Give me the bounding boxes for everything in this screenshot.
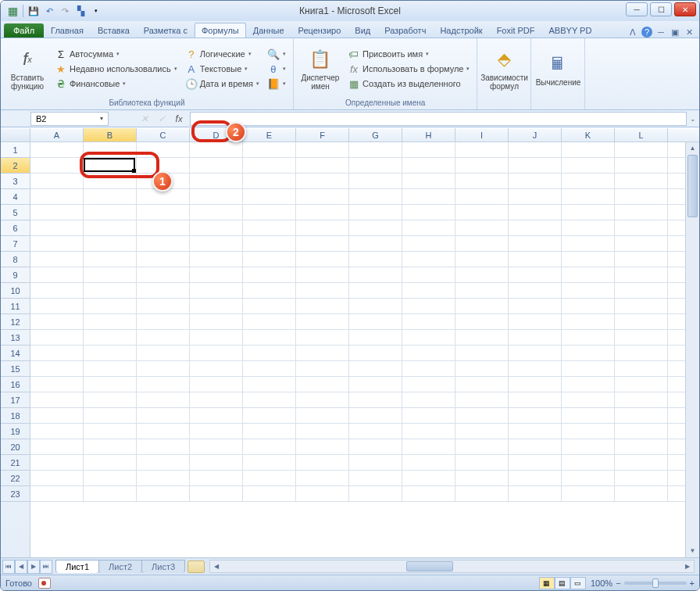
cell[interactable] — [84, 486, 137, 501]
close-button[interactable]: ✕ — [674, 2, 696, 16]
help-icon[interactable]: ? — [641, 27, 652, 38]
cell[interactable] — [296, 142, 349, 157]
new-sheet-button[interactable] — [188, 561, 205, 573]
cell[interactable] — [30, 267, 84, 282]
tab-abbyy[interactable]: ABBYY PD — [542, 23, 599, 38]
expand-fbar-icon[interactable]: ⌄ — [688, 115, 698, 123]
row-header[interactable]: 19 — [1, 424, 30, 439]
cell[interactable] — [243, 408, 296, 423]
cell[interactable] — [137, 252, 190, 267]
cell[interactable] — [402, 346, 455, 360]
cell[interactable] — [402, 455, 455, 470]
cell[interactable] — [137, 314, 190, 329]
cell[interactable] — [349, 455, 402, 470]
cell[interactable] — [349, 392, 402, 407]
cell[interactable] — [402, 408, 455, 423]
cell[interactable] — [296, 408, 349, 423]
cell[interactable] — [137, 486, 190, 501]
cell[interactable] — [190, 346, 243, 360]
cell[interactable] — [615, 392, 668, 407]
cell[interactable] — [190, 236, 243, 251]
cell[interactable] — [349, 408, 402, 423]
cell[interactable] — [402, 142, 455, 157]
horizontal-scrollbar[interactable]: ◀ ▶ — [209, 560, 695, 573]
cell[interactable] — [455, 299, 509, 313]
cell[interactable] — [84, 455, 137, 470]
cell[interactable] — [190, 377, 243, 392]
cell[interactable] — [349, 158, 402, 173]
cell[interactable] — [84, 299, 137, 313]
cell[interactable] — [84, 330, 137, 345]
cell[interactable] — [84, 189, 137, 204]
cell[interactable] — [455, 236, 509, 251]
cell[interactable] — [455, 392, 509, 407]
row-header[interactable]: 11 — [1, 299, 30, 314]
cell[interactable] — [509, 314, 562, 329]
cell[interactable] — [190, 314, 243, 329]
cell[interactable] — [190, 189, 243, 204]
cell[interactable] — [402, 220, 455, 235]
cell[interactable] — [84, 142, 137, 157]
row-header[interactable]: 7 — [1, 236, 30, 252]
cell[interactable] — [30, 220, 84, 235]
vscroll-thumb[interactable] — [688, 155, 698, 217]
tab-home[interactable]: Главная — [44, 23, 91, 38]
cell[interactable] — [190, 471, 243, 485]
financial-button[interactable]: ₴Финансовые▾ — [52, 77, 180, 91]
cell[interactable] — [190, 205, 243, 220]
sheet-nav-last[interactable]: ⏭ — [40, 560, 52, 574]
cell[interactable] — [349, 174, 402, 188]
cell[interactable] — [615, 377, 668, 392]
maximize-button[interactable]: ☐ — [650, 2, 672, 16]
cell[interactable] — [455, 189, 509, 204]
cell[interactable] — [137, 408, 190, 423]
cell[interactable] — [509, 361, 562, 376]
cell[interactable] — [190, 220, 243, 235]
cell[interactable] — [615, 408, 668, 423]
row-header[interactable]: 6 — [1, 220, 30, 236]
cell[interactable] — [615, 174, 668, 188]
hscroll-thumb[interactable] — [406, 561, 453, 571]
cell[interactable] — [615, 283, 668, 298]
cell[interactable] — [137, 455, 190, 470]
row-header[interactable]: 9 — [1, 267, 30, 283]
cell[interactable] — [243, 361, 296, 376]
datetime-button[interactable]: 🕒Дата и время▾ — [183, 77, 262, 91]
cell[interactable] — [137, 471, 190, 485]
recent-button[interactable]: ★Недавно использовались▾ — [52, 62, 180, 76]
cell[interactable] — [349, 377, 402, 392]
col-header[interactable]: H — [402, 128, 455, 141]
cell[interactable] — [402, 158, 455, 173]
undo-icon[interactable]: ↶ — [42, 4, 56, 18]
cell[interactable] — [190, 455, 243, 470]
cell[interactable] — [615, 424, 668, 439]
cell[interactable] — [190, 330, 243, 345]
cell[interactable] — [455, 424, 509, 439]
cell[interactable] — [562, 361, 615, 376]
cell[interactable] — [349, 189, 402, 204]
cell[interactable] — [349, 439, 402, 454]
cell[interactable] — [562, 471, 615, 485]
cell[interactable] — [402, 330, 455, 345]
create-from-sel-button[interactable]: ▦Создать из выделенного — [345, 77, 473, 91]
cell[interactable] — [402, 174, 455, 188]
cell[interactable] — [296, 283, 349, 298]
cell[interactable] — [562, 424, 615, 439]
cell[interactable] — [190, 252, 243, 267]
col-header[interactable]: G — [349, 128, 402, 141]
minimize-button[interactable]: ─ — [626, 2, 648, 16]
cell[interactable] — [243, 486, 296, 501]
cell[interactable] — [509, 299, 562, 313]
row-header[interactable]: 17 — [1, 392, 30, 408]
cell[interactable] — [84, 283, 137, 298]
scroll-right-icon[interactable]: ▶ — [681, 563, 694, 570]
cell[interactable] — [455, 330, 509, 345]
col-header[interactable]: B — [84, 128, 137, 141]
cell[interactable] — [243, 189, 296, 204]
cell[interactable] — [509, 471, 562, 485]
cell[interactable] — [455, 486, 509, 501]
cell[interactable] — [296, 205, 349, 220]
cell[interactable] — [402, 361, 455, 376]
cell[interactable] — [190, 174, 243, 188]
cell[interactable] — [137, 205, 190, 220]
